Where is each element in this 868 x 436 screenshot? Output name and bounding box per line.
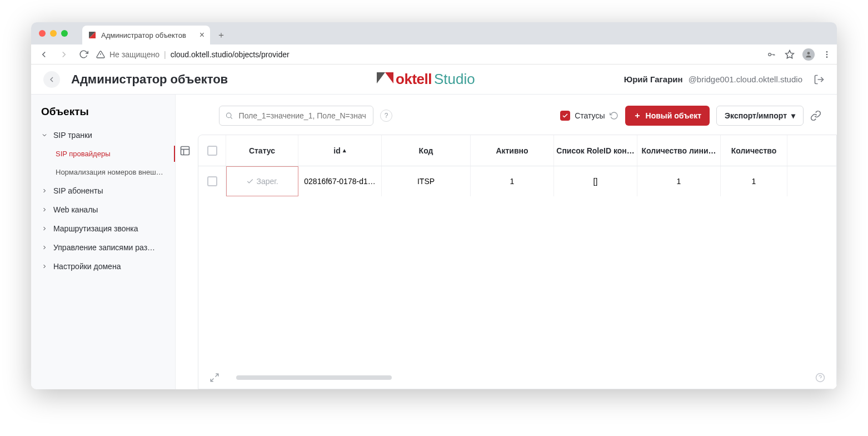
logout-icon[interactable] xyxy=(814,74,825,85)
url-text: cloud.oktell.studio/objects/provider xyxy=(171,50,290,59)
page-back-button[interactable] xyxy=(43,71,60,88)
toolbar: ? Статусы Новый объект xyxy=(176,95,837,135)
footer-help-icon[interactable] xyxy=(815,373,825,383)
forward-button[interactable] xyxy=(57,47,71,62)
svg-point-8 xyxy=(826,51,828,53)
code-cell: ITSP xyxy=(382,166,471,196)
sidebar-subitem[interactable]: Нормализация номеров внеш… xyxy=(31,163,175,181)
sidebar-item[interactable]: SIP транки xyxy=(31,126,175,145)
checkbox-icon[interactable] xyxy=(207,146,217,156)
svg-marker-12 xyxy=(385,72,393,83)
chevron-right-icon xyxy=(41,206,49,213)
status-filter-label: Статусы xyxy=(575,111,605,120)
select-all-column[interactable] xyxy=(198,135,226,166)
table-body: Зарег.02816f67-0178-d1…ITSP1[]11 xyxy=(198,166,836,196)
search-icon xyxy=(225,111,233,120)
security-label: Не защищено xyxy=(109,50,159,59)
svg-line-21 xyxy=(216,374,218,376)
table-header-cell[interactable]: Статус xyxy=(226,135,298,166)
zoom-window-icon[interactable] xyxy=(61,30,68,37)
checkbox-icon xyxy=(560,111,570,121)
status-cell: Зарег. xyxy=(226,166,298,196)
link-icon[interactable] xyxy=(810,110,821,121)
chevron-down-icon xyxy=(41,132,49,138)
table-header: СтатусidКодАктивноСписок RoleID кон…Коли… xyxy=(198,135,836,166)
app-header: Администратор объектов oktell Studio Юри… xyxy=(31,65,837,95)
sidebar-item-label: Управление записями раз… xyxy=(53,243,155,252)
status-filter[interactable]: Статусы xyxy=(560,111,618,121)
help-icon[interactable]: ? xyxy=(380,110,392,122)
not-secure-icon xyxy=(96,50,105,59)
table-area: СтатусidКодАктивноСписок RoleID кон…Коли… xyxy=(198,135,837,389)
svg-point-14 xyxy=(226,113,231,117)
kebab-icon[interactable] xyxy=(822,50,831,59)
search-field[interactable] xyxy=(219,106,373,126)
table-header-cell[interactable]: Активно xyxy=(471,135,554,166)
sidebar-item-label: Нормализация номеров внеш… xyxy=(56,168,163,176)
chevron-right-icon xyxy=(41,244,49,251)
tab-title: Администратор объектов xyxy=(101,31,186,39)
browser-tab[interactable]: Администратор объектов × xyxy=(82,26,210,44)
sidebar-item-label: Web каналы xyxy=(53,205,98,214)
star-icon[interactable] xyxy=(785,49,795,60)
svg-marker-6 xyxy=(786,50,794,58)
reload-button[interactable] xyxy=(77,47,91,61)
address-bar: Не защищено | cloud.oktell.studio/object… xyxy=(31,44,837,65)
close-tab-icon[interactable]: × xyxy=(199,30,204,40)
table: СтатусidКодАктивноСписок RoleID кон…Коли… xyxy=(198,135,837,389)
sidebar-item[interactable]: Управление записями раз… xyxy=(31,238,175,257)
user-domain: @bridge001.cloud.oktell.studio xyxy=(689,75,802,84)
svg-line-22 xyxy=(211,379,213,382)
lines-cell: 1 xyxy=(637,166,721,196)
new-tab-button[interactable]: ＋ xyxy=(213,27,229,43)
roles-cell: [] xyxy=(554,166,637,196)
user-name: Юрий Гагарин xyxy=(624,75,683,84)
close-window-icon[interactable] xyxy=(39,30,46,37)
id-cell: 02816f67-0178-d1… xyxy=(298,166,382,196)
logo-mark-icon xyxy=(377,72,393,87)
new-object-label: Новый объект xyxy=(646,111,702,120)
table-header-cell[interactable]: Количество лини… xyxy=(637,135,721,166)
table-header-cell[interactable]: Код xyxy=(382,135,471,166)
sidebar-subitem[interactable]: SIP провайдеры xyxy=(31,145,175,163)
favicon-icon xyxy=(88,31,97,39)
sidebar-tree: SIP транкиSIP провайдерыНормализация ном… xyxy=(31,126,175,276)
count-cell: 1 xyxy=(721,166,787,196)
profile-icon[interactable] xyxy=(802,48,815,61)
back-button[interactable] xyxy=(37,47,51,62)
undo-icon[interactable] xyxy=(610,111,618,120)
sidebar-item-label: SIP абоненты xyxy=(53,186,103,195)
logo-text-studio: Studio xyxy=(434,71,475,88)
table-header-cell[interactable]: Список RoleID кон… xyxy=(554,135,637,166)
active-cell: 1 xyxy=(471,166,554,196)
sidebar-item[interactable]: Маршрутизация звонка xyxy=(31,219,175,238)
export-import-label: Экспорт/импорт xyxy=(725,111,787,120)
expand-icon[interactable] xyxy=(209,373,220,383)
caret-down-icon: ▾ xyxy=(791,111,795,120)
key-icon[interactable] xyxy=(766,51,777,58)
svg-marker-11 xyxy=(377,72,385,83)
svg-point-10 xyxy=(826,56,828,58)
url-field[interactable]: Не защищено | cloud.oktell.studio/object… xyxy=(96,50,760,59)
table-row[interactable]: Зарег.02816f67-0178-d1…ITSP1[]11 xyxy=(198,166,836,196)
sidebar-item-label: SIP транки xyxy=(53,131,92,140)
layout-icon[interactable] xyxy=(177,142,193,159)
table-header-cell[interactable]: id xyxy=(298,135,382,166)
export-import-button[interactable]: Экспорт/импорт ▾ xyxy=(716,106,804,126)
horizontal-scrollbar[interactable] xyxy=(236,375,799,380)
sidebar-item[interactable]: Web каналы xyxy=(31,200,175,219)
table-header-cell[interactable]: Количество xyxy=(721,135,787,166)
checkbox-icon[interactable] xyxy=(207,176,217,186)
sidebar-item-label: Настройки домена xyxy=(53,262,121,271)
svg-point-9 xyxy=(826,53,828,55)
window-controls xyxy=(37,22,71,44)
search-input[interactable] xyxy=(238,111,367,121)
sidebar-item[interactable]: Настройки домена xyxy=(31,257,175,276)
new-object-button[interactable]: Новый объект xyxy=(625,106,710,126)
sidebar-item-label: Маршрутизация звонка xyxy=(53,224,138,233)
table-footer xyxy=(198,366,836,389)
plus-icon xyxy=(633,112,641,120)
minimize-window-icon[interactable] xyxy=(50,30,57,37)
sidebar-item[interactable]: SIP абоненты xyxy=(31,181,175,200)
svg-point-2 xyxy=(769,53,771,56)
